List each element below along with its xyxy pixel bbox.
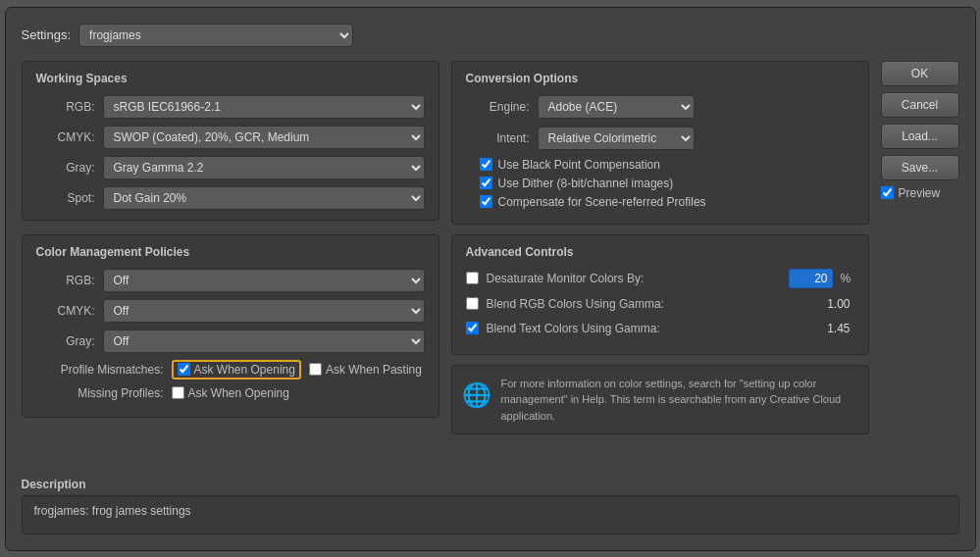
rgb-label: RGB: bbox=[36, 100, 95, 114]
ask-opening-checkbox-wrapper: Ask When Opening bbox=[172, 360, 301, 380]
description-area: frogjames: frog james settings bbox=[22, 495, 959, 534]
engine-select[interactable]: Adobe (ACE) bbox=[538, 95, 695, 119]
ok-button[interactable]: OK bbox=[881, 61, 959, 86]
advanced-controls-section: Advanced Controls Desaturate Monitor Col… bbox=[451, 234, 869, 355]
spot-label: Spot: bbox=[36, 191, 95, 205]
cm-rgb-select[interactable]: Off bbox=[103, 269, 425, 292]
black-point-checkbox[interactable] bbox=[480, 158, 492, 171]
blend-text-label: Blend Text Colors Using Gamma: bbox=[487, 322, 802, 335]
preview-row: Preview bbox=[881, 186, 959, 200]
desaturate-input[interactable] bbox=[789, 269, 833, 288]
settings-row: Settings: frogjames North America Genera… bbox=[22, 24, 959, 47]
dither-row: Use Dither (8-bit/channel images) bbox=[480, 177, 854, 190]
preview-checkbox[interactable] bbox=[881, 186, 894, 199]
dither-label: Use Dither (8-bit/channel images) bbox=[498, 177, 674, 190]
missing-profiles-row: Missing Profiles: Ask When Opening bbox=[36, 386, 425, 400]
cm-gray-label: Gray: bbox=[36, 334, 95, 348]
blend-text-row: Blend Text Colors Using Gamma: 1.45 bbox=[466, 320, 854, 337]
intent-label: Intent: bbox=[466, 131, 530, 145]
engine-label: Engine: bbox=[466, 100, 530, 114]
desaturate-checkbox[interactable] bbox=[466, 272, 479, 284]
description-title: Description bbox=[22, 478, 959, 491]
cm-cmyk-select[interactable]: Off bbox=[103, 299, 425, 323]
ask-opening-checkbox[interactable] bbox=[178, 363, 190, 376]
main-content: Working Spaces RGB: sRGB IEC61966-2.1 CM… bbox=[22, 61, 959, 468]
cancel-button[interactable]: Cancel bbox=[881, 92, 959, 118]
profile-mismatch-options: Ask When Opening Ask When Pasting bbox=[172, 360, 422, 380]
blend-text-value: 1.45 bbox=[810, 320, 854, 337]
load-button[interactable]: Load... bbox=[881, 124, 959, 149]
missing-ask-label: Ask When Opening bbox=[188, 386, 289, 400]
black-point-label: Use Black Point Compensation bbox=[498, 158, 660, 172]
profile-mismatch-label: Profile Mismatches: bbox=[36, 363, 164, 377]
ask-pasting-label: Ask When Pasting bbox=[326, 363, 422, 377]
scene-referred-row: Compensate for Scene-referred Profiles bbox=[480, 195, 854, 209]
cm-rgb-label: RGB: bbox=[36, 274, 95, 287]
intent-select[interactable]: Relative Colorimetric bbox=[538, 127, 695, 150]
save-button[interactable]: Save... bbox=[881, 155, 959, 180]
working-spaces-title: Working Spaces bbox=[36, 72, 425, 85]
gray-select[interactable]: Gray Gamma 2.2 bbox=[103, 156, 425, 179]
left-panel: Working Spaces RGB: sRGB IEC61966-2.1 CM… bbox=[22, 61, 439, 468]
scene-referred-checkbox[interactable] bbox=[480, 195, 492, 208]
dither-checkbox[interactable] bbox=[480, 177, 492, 189]
engine-row: Engine: Adobe (ACE) bbox=[466, 95, 854, 119]
color-settings-dialog: Settings: frogjames North America Genera… bbox=[5, 7, 976, 551]
ask-pasting-checkbox-wrapper: Ask When Pasting bbox=[309, 363, 422, 377]
rgb-select[interactable]: sRGB IEC61966-2.1 bbox=[103, 95, 425, 119]
spot-field-row: Spot: Dot Gain 20% bbox=[36, 186, 425, 210]
desaturate-unit: % bbox=[841, 272, 854, 285]
working-spaces-section: Working Spaces RGB: sRGB IEC61966-2.1 CM… bbox=[22, 61, 439, 221]
sidebar-buttons: OK Cancel Load... Save... Preview bbox=[881, 61, 959, 468]
blend-rgb-checkbox[interactable] bbox=[466, 297, 479, 310]
advanced-controls-title: Advanced Controls bbox=[466, 245, 854, 259]
cm-cmyk-label: CMYK: bbox=[36, 304, 95, 318]
cmyk-select[interactable]: SWOP (Coated), 20%, GCR, Medium bbox=[103, 126, 425, 149]
scene-referred-label: Compensate for Scene-referred Profiles bbox=[498, 195, 706, 209]
cm-gray-row: Gray: Off bbox=[36, 329, 425, 353]
conversion-options-title: Conversion Options bbox=[466, 72, 854, 85]
black-point-row: Use Black Point Compensation bbox=[480, 158, 854, 172]
spot-select[interactable]: Dot Gain 20% bbox=[103, 186, 425, 210]
desaturate-label: Desaturate Monitor Colors By: bbox=[487, 272, 781, 285]
settings-select[interactable]: frogjames North America General Purpose … bbox=[78, 24, 353, 47]
right-panel: Conversion Options Engine: Adobe (ACE) I… bbox=[451, 61, 869, 468]
blend-rgb-value: 1.00 bbox=[810, 295, 854, 313]
desaturate-row: Desaturate Monitor Colors By: % bbox=[466, 269, 854, 288]
color-management-title: Color Management Policies bbox=[36, 245, 425, 259]
description-section: Description frogjames: frog james settin… bbox=[22, 478, 959, 534]
gray-label: Gray: bbox=[36, 161, 95, 175]
missing-ask-wrapper: Ask When Opening bbox=[172, 386, 289, 400]
conversion-options-section: Conversion Options Engine: Adobe (ACE) I… bbox=[451, 61, 869, 225]
blend-rgb-row: Blend RGB Colors Using Gamma: 1.00 bbox=[466, 295, 854, 313]
globe-icon: 🌐 bbox=[462, 378, 491, 413]
description-text: frogjames: frog james settings bbox=[34, 504, 191, 518]
intent-row: Intent: Relative Colorimetric bbox=[466, 127, 854, 150]
ask-pasting-checkbox[interactable] bbox=[309, 363, 322, 376]
ask-opening-label: Ask When Opening bbox=[194, 363, 295, 377]
info-box: 🌐 For more information on color settings… bbox=[451, 365, 869, 435]
cmyk-label: CMYK: bbox=[36, 130, 95, 144]
rgb-field-row: RGB: sRGB IEC61966-2.1 bbox=[36, 95, 425, 119]
info-text: For more information on color settings, … bbox=[501, 376, 858, 425]
gray-field-row: Gray: Gray Gamma 2.2 bbox=[36, 156, 425, 179]
missing-ask-checkbox[interactable] bbox=[172, 386, 184, 399]
settings-label: Settings: bbox=[22, 27, 72, 42]
missing-profiles-label: Missing Profiles: bbox=[36, 386, 164, 400]
color-management-section: Color Management Policies RGB: Off CMYK:… bbox=[22, 234, 439, 418]
preview-label: Preview bbox=[899, 186, 941, 200]
cm-rgb-row: RGB: Off bbox=[36, 269, 425, 292]
cmyk-field-row: CMYK: SWOP (Coated), 20%, GCR, Medium bbox=[36, 126, 425, 149]
profile-mismatch-row: Profile Mismatches: Ask When Opening Ask… bbox=[36, 360, 425, 380]
cm-gray-select[interactable]: Off bbox=[103, 329, 425, 353]
blend-text-checkbox[interactable] bbox=[466, 322, 479, 334]
blend-rgb-label: Blend RGB Colors Using Gamma: bbox=[487, 297, 802, 311]
cm-cmyk-row: CMYK: Off bbox=[36, 299, 425, 323]
